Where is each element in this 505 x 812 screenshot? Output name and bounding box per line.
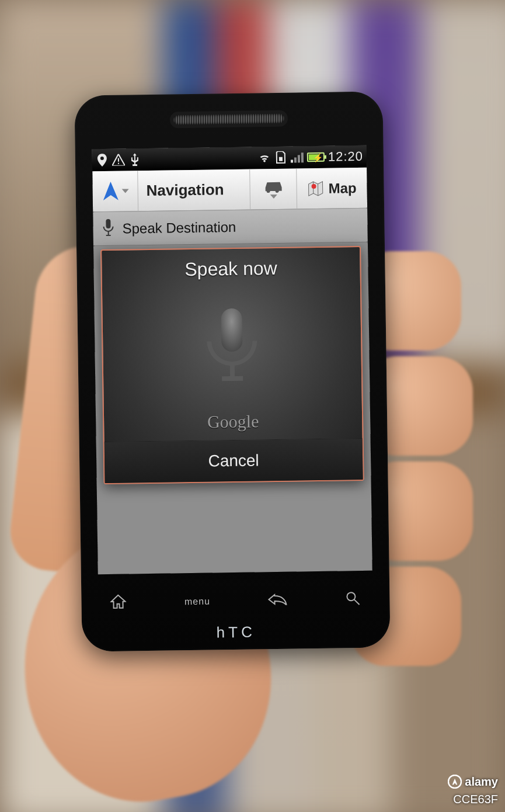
map-button[interactable]: Map bbox=[297, 168, 367, 209]
voice-dialog: Speak now Google bbox=[100, 246, 364, 484]
back-button[interactable] bbox=[268, 594, 288, 608]
app-title: Navigation bbox=[138, 169, 250, 211]
voice-prompt: Speak now bbox=[102, 247, 360, 282]
screen: ⚡ 12:20 Navigation bbox=[92, 145, 372, 574]
speak-destination-row[interactable]: Speak Destination bbox=[93, 209, 368, 247]
cancel-button[interactable]: Cancel bbox=[105, 439, 363, 483]
svg-rect-6 bbox=[221, 308, 242, 352]
microphone-large-icon bbox=[199, 304, 264, 387]
car-icon bbox=[262, 179, 285, 194]
phone-body: ⚡ 12:20 Navigation bbox=[74, 91, 390, 651]
map-button-label: Map bbox=[328, 180, 356, 197]
svg-line-8 bbox=[354, 599, 360, 605]
hardware-nav: menu bbox=[81, 584, 390, 617]
svg-rect-5 bbox=[106, 218, 110, 228]
usb-icon bbox=[128, 153, 141, 166]
svg-rect-1 bbox=[118, 158, 119, 162]
app-toolbar: Navigation Map bbox=[92, 168, 367, 213]
map-icon bbox=[307, 180, 323, 196]
svg-rect-2 bbox=[118, 163, 119, 164]
navigation-arrow-icon bbox=[102, 181, 119, 201]
svg-rect-3 bbox=[279, 157, 283, 161]
wifi-icon bbox=[258, 151, 271, 164]
microphone-icon bbox=[102, 218, 114, 239]
battery-charging-icon: ⚡ bbox=[307, 152, 325, 162]
vehicle-mode-button[interactable] bbox=[250, 168, 297, 209]
speak-destination-label: Speak Destination bbox=[122, 218, 236, 237]
cancel-button-label: Cancel bbox=[208, 451, 259, 470]
home-button[interactable] bbox=[110, 594, 127, 612]
status-clock: 12:20 bbox=[328, 149, 363, 165]
nav-mode-button[interactable] bbox=[92, 171, 138, 211]
location-pin-icon bbox=[96, 154, 109, 166]
chevron-down-icon bbox=[270, 195, 277, 199]
menu-button[interactable]: menu bbox=[184, 596, 210, 608]
chevron-down-icon bbox=[121, 189, 128, 193]
sim-icon bbox=[274, 151, 287, 164]
phone-brand: hTC bbox=[82, 621, 390, 643]
svg-point-7 bbox=[347, 592, 356, 601]
status-bar: ⚡ 12:20 bbox=[92, 145, 367, 172]
earpiece bbox=[173, 114, 284, 125]
warning-icon bbox=[112, 154, 125, 166]
page-dimmed: Speak now Google bbox=[93, 242, 372, 575]
signal-icon bbox=[291, 152, 304, 162]
search-button[interactable] bbox=[346, 591, 361, 608]
voice-brand: Google bbox=[104, 410, 363, 442]
